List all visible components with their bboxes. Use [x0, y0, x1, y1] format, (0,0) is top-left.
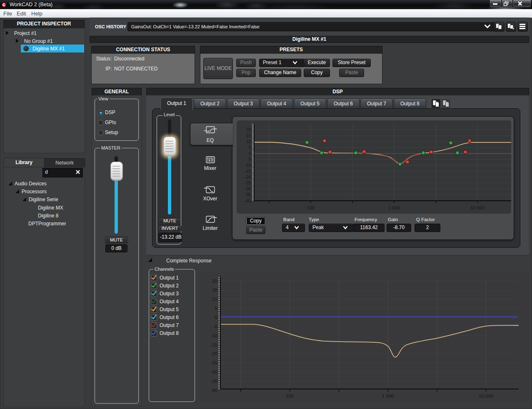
svg-text:15: 15	[246, 133, 251, 138]
svg-text:10: 10	[212, 297, 217, 302]
svg-text:-5: -5	[213, 324, 217, 329]
svg-text:20: 20	[246, 127, 251, 132]
svg-text:-20: -20	[245, 175, 251, 180]
svg-text:-35: -35	[210, 379, 217, 384]
svg-text:0: 0	[215, 315, 217, 320]
svg-text:0: 0	[249, 151, 251, 156]
svg-text:5: 5	[215, 306, 217, 311]
svg-text:-15: -15	[245, 169, 251, 174]
svg-text:1 000: 1 000	[382, 394, 394, 399]
svg-text:Limiter: Limiter	[202, 225, 217, 231]
svg-text:-25: -25	[210, 360, 217, 365]
svg-text:EQ: EQ	[207, 137, 214, 143]
svg-text:-40: -40	[210, 388, 217, 393]
svg-text:-30: -30	[245, 186, 251, 191]
svg-text:-40: -40	[245, 198, 251, 203]
svg-text:Mixer: Mixer	[204, 165, 216, 171]
svg-text:20: 20	[212, 279, 217, 284]
svg-text:5: 5	[249, 145, 251, 150]
svg-text:XOver: XOver	[203, 196, 217, 202]
svg-text:1 000: 1 000	[388, 205, 400, 210]
svg-text:100: 100	[286, 394, 294, 399]
svg-text:100: 100	[307, 205, 315, 210]
svg-text:15: 15	[212, 287, 217, 292]
svg-text:-30: -30	[210, 369, 217, 374]
svg-text:-20: -20	[210, 351, 217, 356]
svg-text:10: 10	[246, 139, 251, 144]
svg-text:-10: -10	[245, 162, 251, 167]
svg-text:-35: -35	[245, 192, 251, 197]
svg-text:10 000: 10 000	[479, 394, 493, 399]
svg-text:-25: -25	[245, 180, 251, 185]
svg-text:-10: -10	[210, 333, 217, 338]
svg-text:-5: -5	[247, 157, 251, 162]
svg-text:-15: -15	[210, 342, 217, 347]
svg-text:10 000: 10 000	[470, 205, 485, 210]
